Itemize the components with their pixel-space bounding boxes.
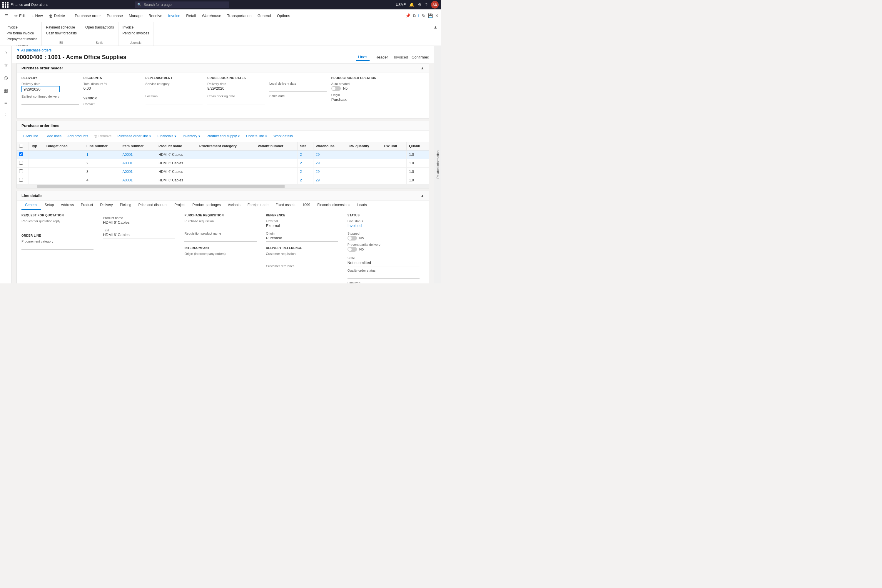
purchase-order-line-button[interactable]: Purchase order line ▼ — [115, 133, 154, 140]
select-all-checkbox[interactable] — [19, 144, 23, 148]
detail-tab-variants[interactable]: Variants — [224, 201, 244, 210]
detail-tab-setup[interactable]: Setup — [41, 201, 57, 210]
customer-req-value — [266, 256, 338, 262]
user-org: USMF — [396, 3, 406, 7]
detail-tab-delivery[interactable]: Delivery — [96, 201, 116, 210]
filter-sidebar-icon[interactable]: ⋮ — [2, 111, 10, 120]
tab-receive[interactable]: Receive — [146, 12, 165, 19]
inventory-button[interactable]: Inventory ▼ — [180, 133, 203, 140]
tab-lines[interactable]: Lines — [356, 54, 369, 61]
detail-tab-picking[interactable]: Picking — [116, 201, 135, 210]
save-icon[interactable]: 💾 — [428, 13, 433, 18]
work-details-button[interactable]: Work details — [271, 133, 295, 140]
detail-tab-financial-dimensions[interactable]: Financial dimensions — [314, 201, 354, 210]
avatar[interactable]: AD — [431, 1, 439, 9]
help-icon[interactable]: ? — [425, 2, 428, 7]
tab-warehouse[interactable]: Warehouse — [200, 12, 224, 19]
notification-icon[interactable]: 🔔 — [409, 2, 414, 7]
cell-check[interactable] — [17, 159, 29, 168]
star-icon[interactable]: ☆ — [2, 61, 10, 70]
table-row[interactable]: 1 A0001 HDMI 6' Cables 2 29 1.0 — [17, 150, 429, 159]
hamburger-button[interactable]: ☰ — [2, 12, 11, 20]
cell-check[interactable] — [17, 176, 29, 184]
row-checkbox[interactable] — [19, 152, 23, 156]
auto-created-toggle[interactable] — [332, 86, 341, 91]
table-row[interactable]: 2 A0001 HDMI 6' Cables 2 29 1.0 — [17, 159, 429, 168]
tab-purchase-order[interactable]: Purchase order — [72, 12, 103, 19]
search-box[interactable]: 🔍 Search for a page — [135, 2, 229, 8]
ribbon-proforma-btn[interactable]: Pro forma invoice — [5, 31, 39, 36]
detail-tab-address[interactable]: Address — [57, 201, 77, 210]
breadcrumb[interactable]: ▼ All purchase orders — [16, 48, 429, 52]
ribbon-cashflow-btn[interactable]: Cash flow forecasts — [44, 31, 78, 36]
tab-manage[interactable]: Manage — [126, 12, 145, 19]
home-icon[interactable]: ⌂ — [3, 48, 9, 57]
row-checkbox[interactable] — [19, 178, 23, 182]
add-line-button[interactable]: + Add line — [20, 133, 40, 140]
row-checkbox[interactable] — [19, 170, 23, 173]
product-supply-button[interactable]: Product and supply ▼ — [204, 133, 243, 140]
edit-button[interactable]: ✏ Edit — [12, 12, 28, 20]
line-status-label: Line status — [348, 219, 420, 223]
ribbon-payment-schedule-btn[interactable]: Payment schedule — [44, 25, 78, 30]
detail-tab-loads[interactable]: Loads — [354, 201, 370, 210]
new-button[interactable]: + New — [29, 12, 45, 20]
location-value — [146, 99, 203, 104]
table-scrollbar-h[interactable] — [17, 184, 429, 188]
detail-tab-price-discount[interactable]: Price and discount — [135, 201, 171, 210]
ribbon-journal-invoice-btn[interactable]: Invoice — [121, 25, 151, 30]
ribbon-pending-invoices-btn[interactable]: Pending invoices — [121, 31, 151, 36]
tab-retail[interactable]: Retail — [184, 12, 198, 19]
filter-breadcrumb-icon: ▼ — [16, 48, 20, 52]
stopped-toggle[interactable] — [348, 236, 357, 240]
list-icon[interactable]: ≡ — [3, 99, 9, 107]
cell-check[interactable] — [17, 168, 29, 176]
detail-tab-1099[interactable]: 1099 — [299, 201, 314, 210]
settings-icon[interactable]: ⚙ — [418, 2, 422, 7]
ribbon-prepayment-btn[interactable]: Prepayment invoice — [5, 36, 39, 42]
detail-tab-foreign-trade[interactable]: Foreign trade — [244, 201, 272, 210]
tab-general[interactable]: General — [255, 12, 273, 19]
table-scrollbar-thumb[interactable] — [38, 184, 285, 188]
tab-options[interactable]: Options — [274, 12, 292, 19]
pin-icon[interactable]: 📌 — [405, 13, 410, 18]
delete-button[interactable]: 🗑 Delete — [46, 12, 68, 20]
close-icon[interactable]: ✕ — [435, 13, 439, 18]
recent-icon[interactable]: ◷ — [2, 73, 10, 82]
tab-purchase[interactable]: Purchase — [104, 12, 125, 19]
tab-transportation[interactable]: Transportation — [225, 12, 254, 19]
detail-tab-general[interactable]: General — [21, 201, 41, 210]
ribbon-invoice-btn[interactable]: Invoice — [5, 25, 39, 30]
table-row[interactable]: 3 A0001 HDMI 6' Cables 2 29 1.0 — [17, 168, 429, 176]
add-lines-button[interactable]: + Add lines — [42, 133, 64, 140]
tab-header[interactable]: Header — [373, 54, 390, 61]
detail-tab-fixed-assets[interactable]: Fixed assets — [272, 201, 299, 210]
purchase-order-line-caret: ▼ — [149, 135, 152, 138]
detail-tab-product-packages[interactable]: Product packages — [189, 201, 224, 210]
update-line-button[interactable]: Update line ▼ — [244, 133, 270, 140]
copy-icon[interactable]: ⧉ — [413, 13, 416, 18]
tab-invoice[interactable]: Invoice — [166, 12, 183, 19]
prevent-partial-toggle[interactable] — [348, 247, 357, 252]
financials-button[interactable]: Financials ▼ — [155, 133, 179, 140]
cell-cw-unit — [381, 150, 406, 159]
add-products-button[interactable]: Add products — [65, 133, 90, 140]
info-icon[interactable]: ℹ — [418, 13, 420, 18]
line-details-collapse-icon[interactable]: ▲ — [420, 194, 424, 198]
table-row[interactable]: 4 A0001 HDMI 6' Cables 2 29 1.0 — [17, 176, 429, 184]
cell-check[interactable] — [17, 150, 29, 159]
related-information-panel[interactable]: Related information — [434, 46, 441, 284]
ribbon-open-transactions-btn[interactable]: Open transactions — [84, 25, 116, 30]
row-checkbox[interactable] — [19, 161, 23, 165]
cell-budget — [44, 176, 84, 184]
po-header-collapse-icon[interactable]: ▲ — [420, 66, 424, 70]
sales-date-value — [269, 98, 327, 104]
refresh-icon[interactable]: ↻ — [422, 13, 425, 18]
detail-tab-product[interactable]: Product — [77, 201, 96, 210]
workspace-icon[interactable]: ▦ — [2, 86, 10, 95]
detail-tab-project[interactable]: Project — [171, 201, 189, 210]
ribbon-collapse-icon[interactable]: ▲ — [432, 24, 439, 31]
delivery-date-input[interactable] — [21, 86, 60, 92]
remove-button[interactable]: 🗑 Remove — [92, 133, 114, 140]
col-cw-unit: CW unit — [381, 142, 406, 150]
